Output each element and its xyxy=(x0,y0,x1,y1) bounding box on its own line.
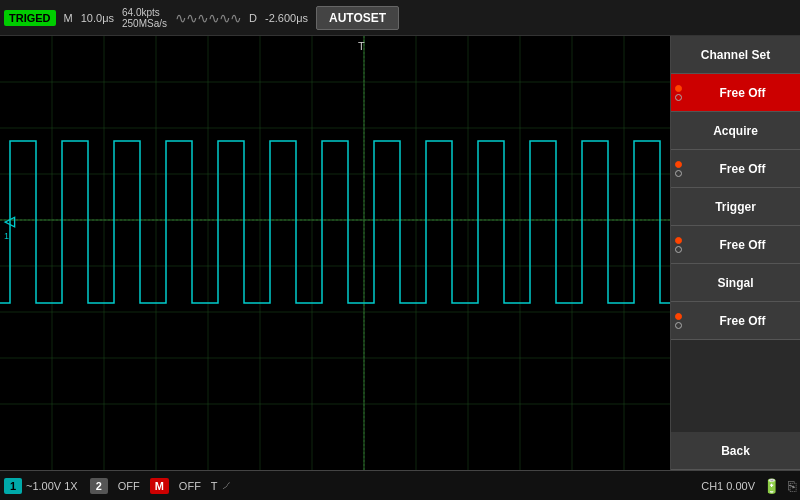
trigger-button[interactable]: Trigger xyxy=(671,188,800,226)
radio-empty-3 xyxy=(675,246,682,253)
m-off: OFF xyxy=(179,480,201,492)
mode-label: M xyxy=(64,12,73,24)
radio-filled-1 xyxy=(675,85,682,92)
free-off-3-button[interactable]: Free Off xyxy=(671,226,800,264)
free-off-1-button[interactable]: Free Off xyxy=(671,74,800,112)
scope-screen: T ◁ 1 xyxy=(0,36,670,470)
radio-filled-3 xyxy=(675,237,682,244)
trigger-time: -2.600μs xyxy=(265,12,308,24)
free-off-2-button[interactable]: Free Off xyxy=(671,150,800,188)
ch2-badge: 2 xyxy=(90,478,108,494)
radio-empty-1 xyxy=(675,94,682,101)
top-bar: TRIGED M 10.0μs 64.0kpts 250MSa/s ∿∿∿∿∿∿… xyxy=(0,0,800,36)
ch2-off: OFF xyxy=(118,480,140,492)
waveform-icon: ∿∿∿∿∿∿ xyxy=(175,10,241,26)
grid-canvas: T ◁ 1 xyxy=(0,36,670,470)
free-off-4-button[interactable]: Free Off xyxy=(671,302,800,340)
svg-text:◁: ◁ xyxy=(3,213,16,229)
bottom-right: CH1 0.00V 🔋 ⎘ xyxy=(701,478,796,494)
signal-button[interactable]: Singal xyxy=(671,264,800,302)
acquire-button[interactable]: Acquire xyxy=(671,112,800,150)
radio-group-4 xyxy=(675,313,682,329)
time-div: 10.0μs xyxy=(81,12,114,24)
back-button[interactable]: Back xyxy=(671,432,800,470)
trigger-pos-label: D xyxy=(249,12,257,24)
radio-filled-4 xyxy=(675,313,682,320)
ch1-badge: 1 xyxy=(4,478,22,494)
radio-group-3 xyxy=(675,237,682,253)
ch1-zero-label: CH1 0.00V xyxy=(701,480,755,492)
t-label: T ⟋ xyxy=(211,478,234,493)
radio-filled-2 xyxy=(675,161,682,168)
battery-icon: 🔋 xyxy=(763,478,780,494)
radio-group-1 xyxy=(675,85,682,101)
usb-icon: ⎘ xyxy=(788,478,796,494)
ch1-scale: ~1.00V 1X xyxy=(26,480,78,492)
svg-text:1: 1 xyxy=(4,231,9,241)
top-info: M 10.0μs 64.0kpts 250MSa/s ∿∿∿∿∿∿ D -2.6… xyxy=(64,7,308,29)
radio-empty-4 xyxy=(675,322,682,329)
channel-set-button[interactable]: Channel Set xyxy=(671,36,800,74)
svg-rect-0 xyxy=(0,36,670,470)
bottom-bar: 1 ~1.00V 1X 2 OFF M OFF T ⟋ CH1 0.00V 🔋 … xyxy=(0,470,800,500)
triged-badge: TRIGED xyxy=(4,10,56,26)
main-area: T ◁ 1 Channel Set Free Off Acquire xyxy=(0,36,800,470)
radio-group-2 xyxy=(675,161,682,177)
autoset-button[interactable]: AUTOSET xyxy=(316,6,399,30)
m-badge: M xyxy=(150,478,169,494)
svg-text:T: T xyxy=(358,40,365,52)
radio-empty-2 xyxy=(675,170,682,177)
sample-info: 64.0kpts 250MSa/s xyxy=(122,7,167,29)
right-panel: Channel Set Free Off Acquire Free Off Tr… xyxy=(670,36,800,470)
